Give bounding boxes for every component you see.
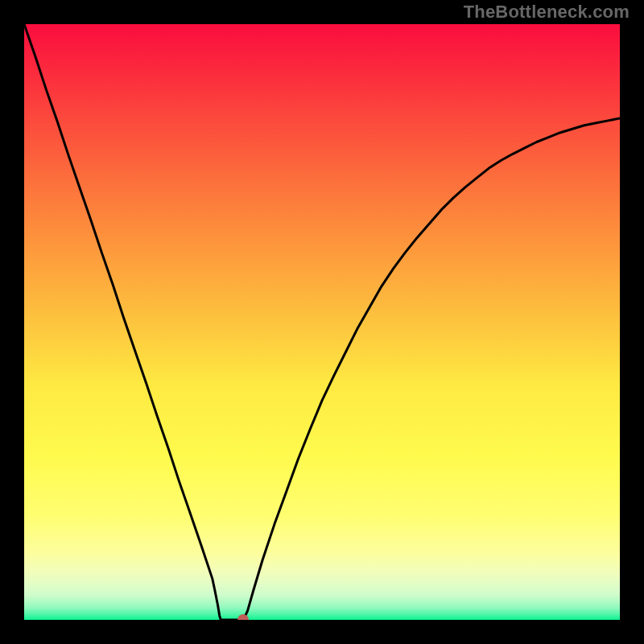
plot-area: [24, 24, 620, 620]
bottleneck-curve: [24, 24, 620, 620]
minimum-marker: [237, 614, 249, 620]
attribution-label: TheBottleneck.com: [464, 2, 630, 23]
chart-root: TheBottleneck.com: [0, 0, 644, 644]
